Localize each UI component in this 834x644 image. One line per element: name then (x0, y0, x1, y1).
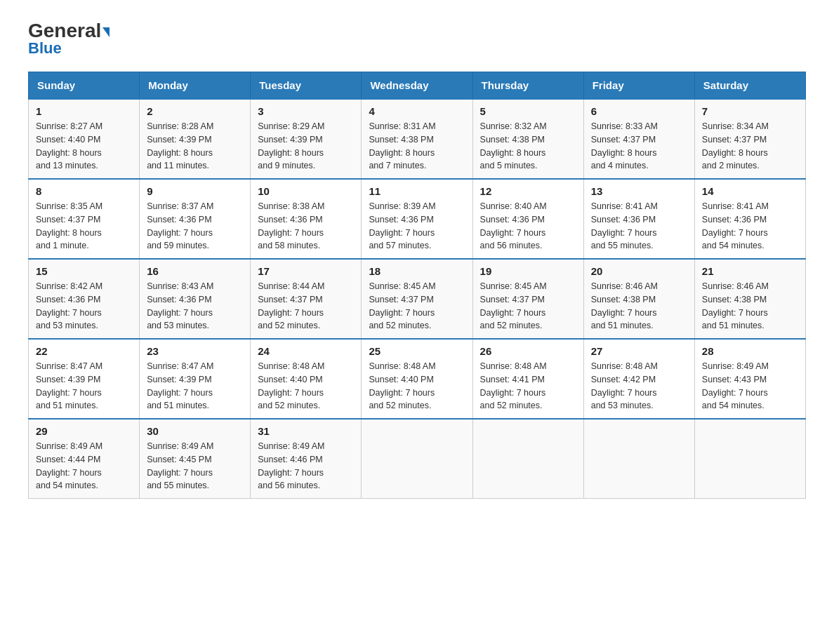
calendar-cell: 13Sunrise: 8:41 AMSunset: 4:36 PMDayligh… (583, 179, 694, 259)
week-row-2: 8Sunrise: 8:35 AMSunset: 4:37 PMDaylight… (29, 179, 806, 259)
day-number: 11 (369, 185, 465, 197)
day-number: 19 (480, 265, 576, 277)
day-info: Sunrise: 8:47 AMSunset: 4:39 PMDaylight:… (36, 360, 132, 412)
calendar-cell: 14Sunrise: 8:41 AMSunset: 4:36 PMDayligh… (694, 179, 805, 259)
day-number: 8 (36, 185, 132, 197)
calendar-cell: 15Sunrise: 8:42 AMSunset: 4:36 PMDayligh… (29, 259, 140, 339)
day-number: 5 (480, 105, 576, 117)
day-info: Sunrise: 8:48 AMSunset: 4:40 PMDaylight:… (258, 360, 354, 412)
day-info: Sunrise: 8:49 AMSunset: 4:44 PMDaylight:… (36, 440, 132, 492)
day-number: 30 (147, 425, 243, 437)
calendar-cell: 18Sunrise: 8:45 AMSunset: 4:37 PMDayligh… (362, 259, 472, 339)
day-number: 3 (258, 105, 354, 117)
day-info: Sunrise: 8:32 AMSunset: 4:38 PMDaylight:… (480, 120, 576, 173)
day-info: Sunrise: 8:40 AMSunset: 4:36 PMDaylight:… (480, 200, 576, 253)
day-number: 18 (369, 265, 465, 277)
day-info: Sunrise: 8:37 AMSunset: 4:36 PMDaylight:… (147, 200, 243, 253)
day-number: 23 (147, 345, 243, 357)
calendar-cell: 28Sunrise: 8:49 AMSunset: 4:43 PMDayligh… (694, 339, 805, 419)
day-number: 6 (591, 105, 687, 117)
day-number: 31 (258, 425, 354, 437)
calendar-cell: 9Sunrise: 8:37 AMSunset: 4:36 PMDaylight… (140, 179, 251, 259)
logo-blue: Blue (28, 39, 62, 58)
calendar-cell: 7Sunrise: 8:34 AMSunset: 4:37 PMDaylight… (694, 99, 805, 179)
calendar-cell (472, 419, 583, 499)
day-number: 25 (369, 345, 465, 357)
week-row-5: 29Sunrise: 8:49 AMSunset: 4:44 PMDayligh… (29, 419, 806, 499)
day-info: Sunrise: 8:38 AMSunset: 4:36 PMDaylight:… (258, 200, 354, 253)
day-number: 24 (258, 345, 354, 357)
calendar-cell (694, 419, 805, 499)
day-number: 12 (480, 185, 576, 197)
week-row-3: 15Sunrise: 8:42 AMSunset: 4:36 PMDayligh… (29, 259, 806, 339)
calendar-cell: 20Sunrise: 8:46 AMSunset: 4:38 PMDayligh… (583, 259, 694, 339)
calendar-cell: 2Sunrise: 8:28 AMSunset: 4:39 PMDaylight… (140, 99, 251, 179)
day-info: Sunrise: 8:45 AMSunset: 4:37 PMDaylight:… (369, 280, 465, 333)
day-info: Sunrise: 8:43 AMSunset: 4:36 PMDaylight:… (147, 280, 243, 333)
calendar-cell: 29Sunrise: 8:49 AMSunset: 4:44 PMDayligh… (29, 419, 140, 499)
calendar-cell: 12Sunrise: 8:40 AMSunset: 4:36 PMDayligh… (472, 179, 583, 259)
day-number: 7 (702, 105, 798, 117)
day-number: 4 (369, 105, 465, 117)
calendar-cell: 16Sunrise: 8:43 AMSunset: 4:36 PMDayligh… (140, 259, 251, 339)
calendar-cell: 11Sunrise: 8:39 AMSunset: 4:36 PMDayligh… (362, 179, 472, 259)
day-number: 29 (36, 425, 132, 437)
calendar-cell: 10Sunrise: 8:38 AMSunset: 4:36 PMDayligh… (251, 179, 362, 259)
calendar-cell: 5Sunrise: 8:32 AMSunset: 4:38 PMDaylight… (472, 99, 583, 179)
calendar-cell (583, 419, 694, 499)
day-info: Sunrise: 8:39 AMSunset: 4:36 PMDaylight:… (369, 200, 465, 253)
day-info: Sunrise: 8:47 AMSunset: 4:39 PMDaylight:… (147, 360, 243, 412)
calendar-cell: 4Sunrise: 8:31 AMSunset: 4:38 PMDaylight… (362, 99, 472, 179)
day-info: Sunrise: 8:45 AMSunset: 4:37 PMDaylight:… (480, 280, 576, 333)
day-info: Sunrise: 8:41 AMSunset: 4:36 PMDaylight:… (591, 200, 687, 253)
day-info: Sunrise: 8:48 AMSunset: 4:41 PMDaylight:… (480, 360, 576, 412)
day-number: 15 (36, 265, 132, 277)
day-number: 21 (702, 265, 798, 277)
day-info: Sunrise: 8:48 AMSunset: 4:42 PMDaylight:… (591, 360, 687, 412)
calendar-cell: 19Sunrise: 8:45 AMSunset: 4:37 PMDayligh… (472, 259, 583, 339)
day-info: Sunrise: 8:49 AMSunset: 4:46 PMDaylight:… (258, 440, 354, 492)
calendar-cell: 21Sunrise: 8:46 AMSunset: 4:38 PMDayligh… (694, 259, 805, 339)
day-info: Sunrise: 8:29 AMSunset: 4:39 PMDaylight:… (258, 120, 354, 173)
day-number: 27 (591, 345, 687, 357)
calendar-table: SundayMondayTuesdayWednesdayThursdayFrid… (28, 72, 806, 499)
logo-general: General (28, 21, 110, 41)
calendar-cell: 6Sunrise: 8:33 AMSunset: 4:37 PMDaylight… (583, 99, 694, 179)
page-header: General Blue (28, 21, 806, 58)
day-info: Sunrise: 8:49 AMSunset: 4:45 PMDaylight:… (147, 440, 243, 492)
day-number: 28 (702, 345, 798, 357)
weekday-header-wednesday: Wednesday (362, 72, 472, 100)
day-number: 14 (702, 185, 798, 197)
day-number: 13 (591, 185, 687, 197)
logo: General Blue (28, 21, 110, 58)
calendar-cell: 23Sunrise: 8:47 AMSunset: 4:39 PMDayligh… (140, 339, 251, 419)
day-info: Sunrise: 8:48 AMSunset: 4:40 PMDaylight:… (369, 360, 465, 412)
calendar-cell: 17Sunrise: 8:44 AMSunset: 4:37 PMDayligh… (251, 259, 362, 339)
day-number: 26 (480, 345, 576, 357)
day-info: Sunrise: 8:44 AMSunset: 4:37 PMDaylight:… (258, 280, 354, 333)
calendar-cell: 3Sunrise: 8:29 AMSunset: 4:39 PMDaylight… (251, 99, 362, 179)
day-number: 22 (36, 345, 132, 357)
day-number: 20 (591, 265, 687, 277)
weekday-header-monday: Monday (140, 72, 251, 100)
day-info: Sunrise: 8:49 AMSunset: 4:43 PMDaylight:… (702, 360, 798, 412)
day-number: 1 (36, 105, 132, 117)
day-info: Sunrise: 8:41 AMSunset: 4:36 PMDaylight:… (702, 200, 798, 253)
calendar-cell: 26Sunrise: 8:48 AMSunset: 4:41 PMDayligh… (472, 339, 583, 419)
calendar-cell: 8Sunrise: 8:35 AMSunset: 4:37 PMDaylight… (29, 179, 140, 259)
day-info: Sunrise: 8:35 AMSunset: 4:37 PMDaylight:… (36, 200, 132, 253)
calendar-cell: 25Sunrise: 8:48 AMSunset: 4:40 PMDayligh… (362, 339, 472, 419)
day-number: 10 (258, 185, 354, 197)
calendar-cell (362, 419, 472, 499)
day-info: Sunrise: 8:46 AMSunset: 4:38 PMDaylight:… (591, 280, 687, 333)
day-number: 2 (147, 105, 243, 117)
weekday-header-thursday: Thursday (472, 72, 583, 100)
day-info: Sunrise: 8:33 AMSunset: 4:37 PMDaylight:… (591, 120, 687, 173)
calendar-cell: 31Sunrise: 8:49 AMSunset: 4:46 PMDayligh… (251, 419, 362, 499)
weekday-header-friday: Friday (583, 72, 694, 100)
week-row-1: 1Sunrise: 8:27 AMSunset: 4:40 PMDaylight… (29, 99, 806, 179)
calendar-cell: 22Sunrise: 8:47 AMSunset: 4:39 PMDayligh… (29, 339, 140, 419)
day-info: Sunrise: 8:46 AMSunset: 4:38 PMDaylight:… (702, 280, 798, 333)
calendar-cell: 30Sunrise: 8:49 AMSunset: 4:45 PMDayligh… (140, 419, 251, 499)
day-info: Sunrise: 8:27 AMSunset: 4:40 PMDaylight:… (36, 120, 132, 173)
